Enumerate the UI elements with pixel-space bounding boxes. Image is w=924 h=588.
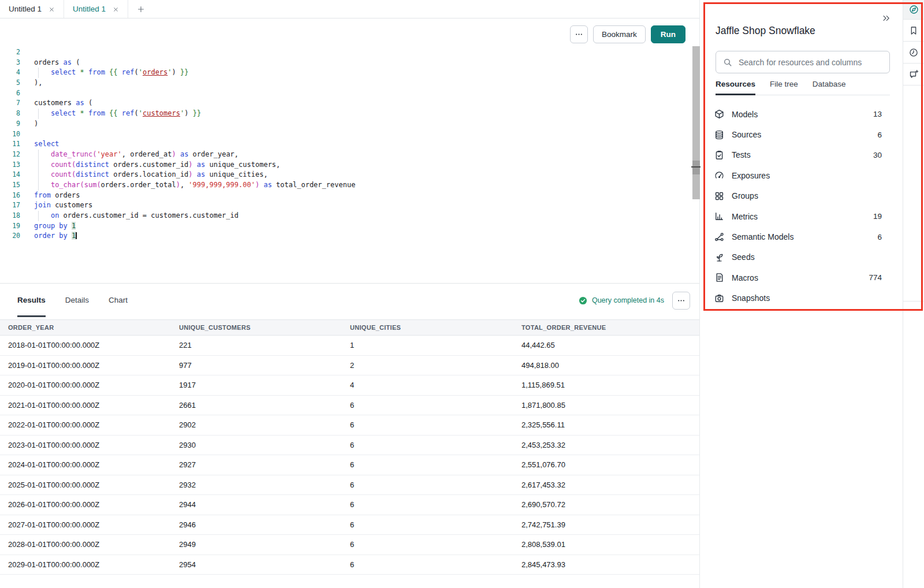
tab-results[interactable]: Results — [17, 284, 46, 317]
table-row: 2018-01-01T00:00:00.000Z 221 1 44,442.65 — [0, 336, 699, 356]
resource-label: Groups — [732, 191, 758, 200]
code-line-11: 11select — [0, 139, 690, 150]
cell-unique-cities: 6 — [350, 441, 521, 449]
results-more-button[interactable] — [672, 292, 690, 310]
line-number: 15 — [0, 180, 20, 191]
cell-total-order-revenue: 1,871,800.85 — [521, 401, 699, 410]
line-number: 10 — [0, 129, 20, 140]
tab-database[interactable]: Database — [813, 80, 846, 95]
scrollbar-thumb[interactable] — [692, 161, 700, 174]
cell-total-order-revenue: 2,808,539.01 — [521, 540, 699, 549]
cell-order-year: 2023-01-01T00:00:00.000Z — [8, 441, 179, 449]
code-line-17: 17join customers — [0, 200, 690, 211]
query-status: Query completed in 4s — [592, 296, 664, 304]
cell-order-year: 2026-01-01T00:00:00.000Z — [8, 500, 179, 509]
bookmark-button[interactable]: Bookmark — [593, 25, 646, 43]
editor-tabbar: Untitled 1 Untitled 1 — [0, 0, 699, 18]
resource-item-sources[interactable]: Sources 6 — [701, 124, 903, 144]
cell-unique-cities: 6 — [350, 560, 521, 569]
close-icon[interactable] — [49, 6, 55, 13]
cell-order-year: 2021-01-01T00:00:00.000Z — [8, 401, 179, 410]
panel-scrollbar[interactable] — [692, 46, 700, 199]
resource-item-macros[interactable]: Macros 774 — [701, 267, 903, 288]
resource-item-seeds[interactable]: Seeds — [701, 247, 903, 267]
run-button[interactable]: Run — [651, 25, 685, 43]
table-row: 2019-01-01T00:00:00.000Z 977 2 494,818.0… — [0, 356, 699, 376]
resource-item-groups[interactable]: Groups — [701, 186, 903, 206]
check-circle-icon — [579, 296, 587, 305]
cell-unique-cities: 6 — [350, 460, 521, 469]
resource-item-semantic-models[interactable]: Semantic Models 6 — [701, 226, 903, 247]
cell-total-order-revenue: 2,742,751.39 — [521, 520, 699, 529]
cell-unique-customers: 2946 — [179, 520, 350, 529]
sidebar-tabbar: Resources File tree Database — [716, 80, 890, 95]
resource-item-tests[interactable]: Tests 30 — [701, 145, 903, 165]
line-number: 20 — [0, 231, 20, 241]
column-header: TOTAL_ORDER_REVENUE — [521, 324, 699, 331]
line-number: 19 — [0, 221, 20, 232]
cell-total-order-revenue: 44,442.65 — [521, 341, 699, 349]
resource-label: Seeds — [732, 252, 755, 262]
cell-order-year: 2020-01-01T00:00:00.000Z — [8, 381, 179, 389]
table-row: 2020-01-01T00:00:00.000Z 1917 4 1,115,86… — [0, 375, 699, 396]
table-row: 2021-01-01T00:00:00.000Z 2661 6 1,871,80… — [0, 396, 699, 416]
cell-total-order-revenue: 1,115,869.51 — [521, 381, 699, 389]
cell-order-year: 2025-01-01T00:00:00.000Z — [8, 481, 179, 489]
cell-unique-customers: 2932 — [179, 481, 350, 489]
line-number: 14 — [0, 170, 20, 180]
search-box[interactable] — [716, 51, 890, 73]
results-panel: Results Details Chart Query completed in… — [0, 283, 699, 588]
feedback-chat-button[interactable] — [903, 64, 924, 85]
grid-icon — [714, 191, 724, 201]
resource-count: 6 — [877, 131, 882, 139]
sql-editor[interactable]: 23orders as (4 select * from {{ ref('ord… — [0, 47, 690, 283]
resource-label: Exposures — [732, 171, 770, 180]
resource-label: Snapshots — [732, 293, 770, 303]
resource-label: Semantic Models — [732, 232, 793, 241]
history-panel-button[interactable] — [903, 42, 924, 64]
resource-count: 13 — [873, 110, 882, 118]
cell-unique-customers: 221 — [179, 341, 350, 349]
code-line-4: 4 select * from {{ ref('orders') }} — [0, 68, 690, 78]
database-icon — [714, 130, 724, 140]
code-line-7: 7customers as ( — [0, 98, 690, 109]
cell-unique-customers: 2930 — [179, 441, 350, 449]
resource-item-models[interactable]: Models 13 — [701, 104, 903, 124]
tab-label: Untitled 1 — [9, 5, 42, 13]
cell-unique-customers: 2661 — [179, 401, 350, 410]
cell-order-year: 2019-01-01T00:00:00.000Z — [8, 361, 179, 370]
lineage-compass-button[interactable] — [903, 0, 924, 20]
tab-chart[interactable]: Chart — [109, 284, 128, 317]
cell-total-order-revenue: 494,818.00 — [521, 361, 699, 370]
new-tab-button[interactable] — [128, 0, 154, 18]
cell-unique-cities: 6 — [350, 401, 521, 410]
tab-details[interactable]: Details — [65, 284, 89, 317]
icon-strip-spacer — [903, 85, 924, 302]
close-icon[interactable] — [113, 6, 119, 13]
more-options-button[interactable] — [570, 25, 588, 43]
bookmarks-panel-button[interactable] — [903, 20, 924, 42]
cell-unique-cities: 4 — [350, 381, 521, 389]
line-number: 5 — [0, 78, 20, 88]
tab-untitled-1-active[interactable]: Untitled 1 — [64, 0, 128, 18]
code-line-5: 5), — [0, 78, 690, 88]
line-number: 6 — [0, 88, 20, 99]
table-row: 2026-01-01T00:00:00.000Z 2944 6 2,690,57… — [0, 495, 699, 515]
tab-file-tree[interactable]: File tree — [770, 80, 798, 95]
resource-item-snapshots[interactable]: Snapshots — [701, 288, 903, 308]
resource-label: Metrics — [732, 212, 758, 221]
cell-unique-customers: 977 — [179, 361, 350, 370]
code-line-8: 8 select * from {{ ref('customers') }} — [0, 109, 690, 119]
resources-sidebar: Jaffle Shop Snowflake Resources File tre… — [701, 0, 903, 588]
search-input[interactable] — [737, 57, 882, 68]
resource-count: 30 — [873, 151, 882, 159]
cell-order-year: 2028-01-01T00:00:00.000Z — [8, 540, 179, 549]
cell-unique-customers: 2927 — [179, 460, 350, 469]
resource-count: 774 — [869, 273, 882, 282]
cell-total-order-revenue: 2,551,076.70 — [521, 460, 699, 469]
tab-untitled-1[interactable]: Untitled 1 — [0, 0, 64, 18]
tab-resources[interactable]: Resources — [716, 80, 755, 95]
resource-item-exposures[interactable]: Exposures — [701, 165, 903, 185]
collapse-sidebar-button[interactable] — [882, 12, 895, 24]
resource-item-metrics[interactable]: Metrics 19 — [701, 206, 903, 226]
